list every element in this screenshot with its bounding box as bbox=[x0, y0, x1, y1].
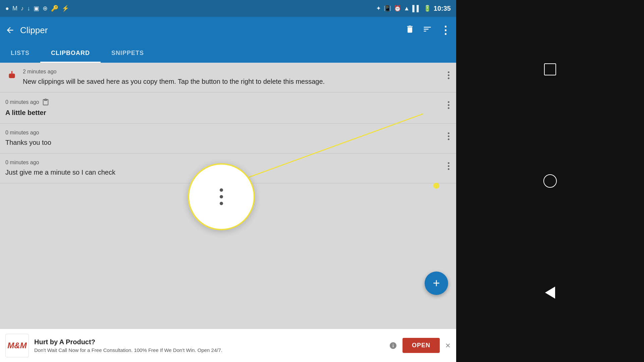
wifi-icon: ▲ bbox=[404, 5, 410, 12]
cast-icon: ⊕ bbox=[43, 5, 48, 12]
circle-icon bbox=[543, 174, 557, 188]
time-display: 10:35 bbox=[434, 5, 451, 12]
screen-icon: ▣ bbox=[34, 5, 39, 12]
clip-item-time-2: 0 minutes ago bbox=[5, 99, 446, 106]
status-bar: ● M ♪ ↓ ▣ ⊕ 🔑 ⚡ ✦ 📳 ⏰ ▲ ▌▌ 🔋 10:35 bbox=[0, 0, 456, 17]
ad-close-button[interactable]: ✕ bbox=[445, 342, 451, 350]
ad-content: Hurt by A Product? Don't Wait Call Now f… bbox=[34, 338, 389, 353]
ad-actions: OPEN ✕ bbox=[389, 338, 451, 353]
gmail-icon: M bbox=[12, 5, 17, 12]
delete-button[interactable] bbox=[405, 24, 415, 36]
vibrate-icon: 📳 bbox=[384, 5, 391, 12]
clip-item-body-1: 2 minutes ago New clippings will be save… bbox=[23, 69, 446, 86]
ad-banner: M&M Hurt by A Product? Don't Wait Call N… bbox=[0, 328, 456, 362]
sort-button[interactable] bbox=[423, 24, 432, 36]
music-icon: ♪ bbox=[21, 5, 24, 12]
clip-item-1: 2 minutes ago New clippings will be save… bbox=[0, 63, 456, 93]
content-area: 2 minutes ago New clippings will be save… bbox=[0, 63, 456, 328]
tab-clipboard[interactable]: CLIPBOARD bbox=[40, 44, 101, 63]
pointer-dot bbox=[433, 183, 439, 189]
app-title: Clipper bbox=[20, 25, 405, 36]
ad-logo-text: M&M bbox=[7, 341, 26, 350]
signal-icon: ▌▌ bbox=[412, 5, 421, 12]
nav-square-button[interactable] bbox=[540, 59, 560, 79]
ad-title: Hurt by A Product? bbox=[34, 338, 389, 346]
back-button[interactable] bbox=[5, 25, 15, 35]
clip-item-text-3: Thanks you too bbox=[5, 138, 446, 147]
item-menu-2[interactable] bbox=[446, 99, 451, 112]
flash-icon: ⚡ bbox=[62, 5, 69, 12]
ad-subtitle: Don't Wait Call Now for a Free Consultat… bbox=[34, 347, 389, 353]
fab-button[interactable]: + bbox=[425, 272, 448, 295]
tab-snippets[interactable]: SNIPPETS bbox=[101, 44, 155, 63]
square-icon bbox=[544, 63, 556, 75]
alarm-icon: ⏰ bbox=[394, 5, 401, 12]
clip-item-body-3: 0 minutes ago Thanks you too bbox=[5, 130, 446, 147]
ad-info-icon bbox=[389, 342, 397, 350]
clip-item-text-1: New clippings will be saved here as you … bbox=[23, 77, 446, 86]
status-right: ✦ 📳 ⏰ ▲ ▌▌ 🔋 10:35 bbox=[376, 5, 451, 12]
phone-nav-sidebar bbox=[456, 0, 644, 362]
app-bar: Clipper ⋮ bbox=[0, 17, 456, 44]
clip-item-text-2: A little better bbox=[5, 108, 446, 117]
magnifier-dots bbox=[220, 188, 223, 205]
clip-item-time-3: 0 minutes ago bbox=[5, 130, 446, 136]
pin-icon bbox=[5, 70, 17, 83]
key-icon: 🔑 bbox=[51, 5, 58, 12]
item-menu-3[interactable] bbox=[446, 130, 451, 143]
ad-open-button[interactable]: OPEN bbox=[402, 338, 440, 353]
nav-circle-button[interactable] bbox=[540, 171, 560, 191]
more-button[interactable]: ⋮ bbox=[440, 24, 451, 37]
magnifier-overlay bbox=[188, 163, 255, 230]
item-menu-1[interactable] bbox=[446, 69, 451, 82]
download-icon: ↓ bbox=[27, 5, 30, 12]
app-bar-actions: ⋮ bbox=[405, 24, 451, 37]
tab-lists[interactable]: LISTS bbox=[0, 44, 40, 63]
clip-item-body-2: 0 minutes ago A little better bbox=[5, 99, 446, 117]
clip-item-3: 0 minutes ago Thanks you too bbox=[0, 124, 456, 154]
tabs: LISTS CLIPBOARD SNIPPETS bbox=[0, 44, 456, 63]
fab-plus-icon: + bbox=[433, 277, 440, 289]
nav-back-button[interactable] bbox=[540, 283, 560, 303]
item-menu-4[interactable] bbox=[446, 160, 451, 173]
ad-logo: M&M bbox=[5, 334, 29, 357]
status-icons: ● M ♪ ↓ ▣ ⊕ 🔑 ⚡ bbox=[5, 5, 69, 12]
clip-item-time-1: 2 minutes ago bbox=[23, 69, 446, 75]
bluetooth-icon: ✦ bbox=[376, 5, 381, 12]
battery-icon: 🔋 bbox=[424, 5, 431, 12]
triangle-icon bbox=[545, 287, 555, 299]
spotify-icon: ● bbox=[5, 5, 9, 12]
clip-item-2: 0 minutes ago A little better bbox=[0, 93, 456, 124]
